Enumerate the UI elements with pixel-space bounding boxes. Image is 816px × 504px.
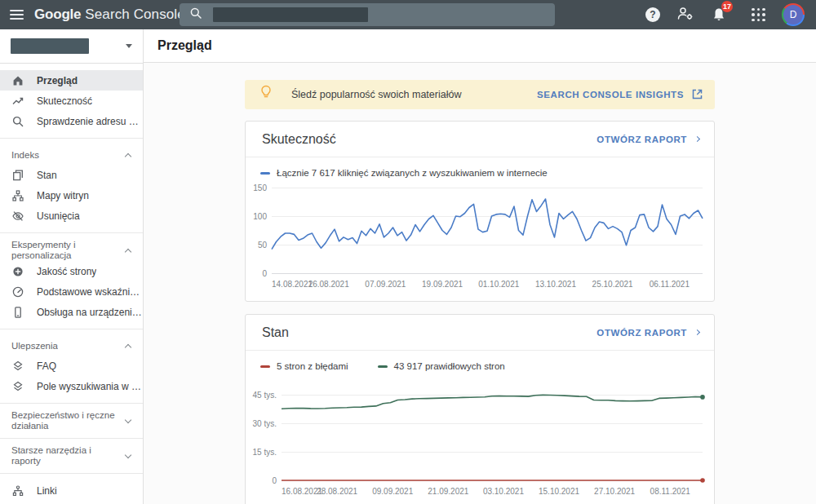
sidebar-item-linki[interactable]: Linki: [0, 480, 143, 501]
divider: [0, 403, 143, 404]
divider: [0, 438, 143, 439]
trending-up-icon: [11, 95, 24, 108]
home-icon: [11, 74, 24, 87]
hamburger-menu-icon[interactable]: [0, 0, 33, 29]
divider: [0, 473, 143, 474]
page-header: Przegląd: [144, 29, 816, 63]
eye-off-icon: [11, 210, 24, 223]
insights-banner: Śledź popularność swoich materiałów SEAR…: [245, 80, 715, 109]
chevron-down-icon: [125, 417, 131, 423]
app-logo: Google Search Console: [34, 7, 185, 23]
layers-icon: [11, 380, 24, 393]
sitemap-icon: [11, 189, 24, 202]
legend-item-errors: 5 stron z błędami: [260, 361, 348, 371]
divider: [0, 329, 143, 329]
chevron-up-icon: [125, 153, 131, 159]
page-quality-icon: [11, 265, 24, 278]
open-report-link[interactable]: OTWÓRZ RAPORT: [596, 328, 699, 338]
google-apps-grid-icon[interactable]: [752, 8, 765, 22]
legend-dash: [378, 365, 388, 368]
lightbulb-icon: [259, 85, 273, 104]
sidebar-item-mapy-witryn[interactable]: Mapy witryn: [0, 185, 143, 206]
section-starsze-narzedzia[interactable]: Starsze narzędzia i raporty: [0, 445, 143, 466]
legend: Łącznie 7 617 kliknięć związanych z wysz…: [246, 157, 714, 179]
avatar-letter: D: [783, 5, 803, 24]
sidebar-item-core-web-vitals[interactable]: Podstawowe wskaźniki internet...: [0, 281, 143, 302]
chevron-down-icon: [126, 44, 132, 48]
pages-icon: [11, 169, 24, 182]
sidebar-item-ustawienia[interactable]: Ustawienia: [0, 501, 143, 504]
card-stan: Stan OTWÓRZ RAPORT 5 stron z błędami 43 …: [245, 314, 715, 504]
legend-dash: [260, 172, 270, 175]
notification-badge: 17: [721, 1, 733, 12]
sidebar-item-mobile-usability[interactable]: Obsługa na urządzeniach mobil...: [0, 302, 143, 322]
card-skutecznosc: Skuteczność OTWÓRZ RAPORT Łącznie 7 617 …: [245, 121, 715, 302]
search-bar[interactable]: [180, 3, 555, 26]
card-title: Stan: [262, 325, 289, 340]
help-icon[interactable]: ?: [645, 7, 660, 22]
card-title: Skuteczność: [262, 132, 336, 147]
y-axis-labels: 45 tys.30 tys.15 tys.0: [251, 381, 282, 480]
main-area: Przegląd Śledź popularność swoich materi…: [144, 29, 816, 504]
section-ulepszenia[interactable]: Ulepszenia: [0, 336, 143, 356]
search-icon: [189, 7, 202, 23]
sidebar-item-sitelinks-searchbox[interactable]: Pole wyszukiwania w linkach d...: [0, 376, 143, 396]
notifications-bell-icon[interactable]: 17: [711, 7, 727, 23]
layers-icon: [11, 360, 24, 373]
sidebar-item-sprawdzenie-url[interactable]: Sprawdzenie adresu URL: [0, 111, 143, 131]
content-scroll-area[interactable]: Śledź popularność swoich materiałów SEAR…: [144, 63, 816, 504]
logo-product: Search Console: [85, 7, 184, 23]
chevron-down-icon: [125, 452, 131, 458]
links-icon: [11, 484, 24, 497]
page-title: Przegląd: [157, 38, 212, 53]
legend-dash: [260, 365, 270, 368]
sidebar-item-jakosc-strony[interactable]: Jakość strony: [0, 261, 143, 281]
section-indeks[interactable]: Indeks: [0, 145, 143, 165]
search-query-redacted[interactable]: [213, 7, 368, 22]
coverage-chart[interactable]: 45 tys.30 tys.15 tys.0 16.08.202128.08.2…: [251, 381, 703, 498]
top-app-bar: Google Search Console ? 17 D: [0, 0, 816, 29]
plot-area[interactable]: [282, 381, 703, 480]
y-axis-labels: 150100500: [251, 188, 272, 273]
sidebar-item-stan[interactable]: Stan: [0, 165, 143, 185]
legend: 5 stron z błędami 43 917 prawidłowych st…: [246, 351, 714, 373]
section-eksperymenty[interactable]: Eksperymenty i personalizacja: [0, 240, 143, 261]
speedometer-icon: [11, 285, 24, 298]
smartphone-icon: [11, 306, 24, 319]
x-axis-labels: 14.08.202126.08.202107.09.202119.09.2021…: [272, 280, 703, 291]
sidebar: Przegląd Skuteczność Sprawdzenie adresu …: [0, 29, 144, 504]
plot-area[interactable]: [272, 188, 703, 273]
legend-item-valid: 43 917 prawidłowych stron: [378, 361, 505, 371]
open-report-link[interactable]: OTWÓRZ RAPORT: [596, 135, 699, 144]
user-settings-icon[interactable]: [676, 6, 694, 24]
logo-google: Google: [34, 7, 81, 23]
divider: [0, 232, 143, 233]
property-name-redacted: [11, 38, 89, 54]
banner-text: Śledź popularność swoich materiałów: [291, 89, 537, 100]
chevron-up-icon: [125, 248, 131, 254]
divider: [0, 138, 143, 139]
performance-chart[interactable]: 150100500 14.08.202126.08.202107.09.2021…: [251, 188, 703, 291]
sidebar-item-przeglad[interactable]: Przegląd: [0, 70, 143, 91]
account-avatar[interactable]: D: [782, 3, 805, 26]
x-axis-labels: 16.08.202128.08.202109.09.202121.09.2021…: [282, 487, 703, 498]
section-bezpieczenstwo[interactable]: Bezpieczeństwo i ręczne działania: [0, 410, 143, 431]
chevron-right-icon: [694, 329, 700, 335]
external-link-icon: [691, 88, 703, 102]
chevron-up-icon: [125, 343, 131, 350]
sidebar-item-usuniecia[interactable]: Usunięcia: [0, 206, 143, 226]
url-inspect-icon: [11, 115, 24, 128]
insights-link[interactable]: SEARCH CONSOLE INSIGHTS: [537, 88, 703, 102]
legend-item-clicks: Łącznie 7 617 kliknięć związanych z wysz…: [260, 168, 548, 178]
property-selector[interactable]: [0, 29, 143, 64]
sidebar-item-skutecznosc[interactable]: Skuteczność: [0, 91, 143, 111]
chevron-right-icon: [694, 136, 700, 142]
sidebar-item-faq[interactable]: FAQ: [0, 356, 143, 376]
